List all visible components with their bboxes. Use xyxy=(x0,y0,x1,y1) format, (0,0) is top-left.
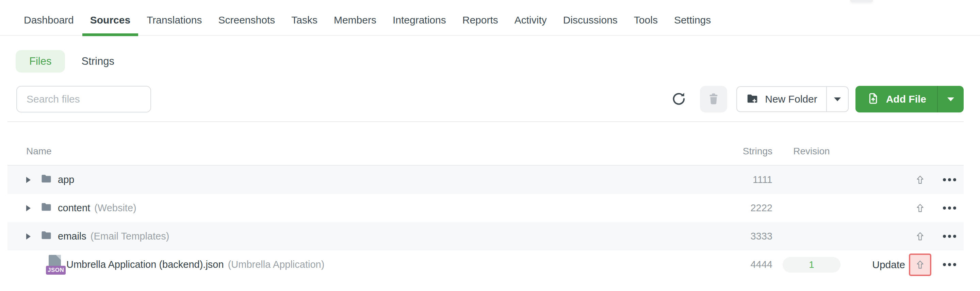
nav-translations[interactable]: Translations xyxy=(147,5,202,35)
files-toolbar: New Folder Add File xyxy=(0,86,980,113)
upload-translations-button[interactable] xyxy=(909,197,931,219)
nav-activity[interactable]: Activity xyxy=(514,5,547,35)
row-menu-icon[interactable] xyxy=(943,263,956,266)
view-tabs: Files Strings xyxy=(16,50,980,73)
strings-count: 1111 xyxy=(718,174,772,185)
nav-tools[interactable]: Tools xyxy=(634,5,658,35)
folder-name[interactable]: app xyxy=(58,174,74,185)
revision-badge: 1 xyxy=(783,257,840,273)
menu-cell xyxy=(935,263,964,266)
add-file-label: Add File xyxy=(886,93,926,105)
refresh-icon xyxy=(671,91,686,107)
menu-cell xyxy=(935,235,964,238)
tab-strings[interactable]: Strings xyxy=(81,55,114,67)
table-row: emails (Email Templates) 3333 xyxy=(8,222,964,251)
file-add-icon xyxy=(866,92,880,107)
files-table: Name Strings Revision app 1111 xyxy=(8,122,964,279)
name-cell: content (Website) xyxy=(8,201,718,215)
column-revision: Revision xyxy=(772,146,851,157)
tab-files[interactable]: Files xyxy=(16,50,65,73)
folder-name[interactable]: emails xyxy=(58,231,86,242)
add-file-main[interactable]: Add File xyxy=(856,86,937,112)
strings-count: 2222 xyxy=(718,202,772,214)
strings-count: 4444 xyxy=(718,259,772,270)
chevron-down-icon xyxy=(834,98,841,101)
folder-icon xyxy=(40,201,52,215)
folder-icon xyxy=(40,229,52,244)
add-file-caret[interactable] xyxy=(938,86,964,112)
refresh-button[interactable] xyxy=(670,91,686,107)
name-cell: app xyxy=(8,173,718,187)
folder-icon xyxy=(40,173,52,187)
nav-discussions[interactable]: Discussions xyxy=(563,5,617,35)
name-cell: emails (Email Templates) xyxy=(8,229,718,244)
folder-plus-icon xyxy=(746,92,759,106)
expand-caret-icon[interactable] xyxy=(26,233,30,240)
new-folder-main[interactable]: New Folder xyxy=(737,87,826,112)
json-file-icon: JSON xyxy=(46,255,62,275)
upload-cell xyxy=(905,169,935,191)
upload-cell xyxy=(905,254,935,276)
name-cell: JSON Umbrella Application (backend).json… xyxy=(8,255,718,275)
table-header: Name Strings Revision xyxy=(8,122,964,166)
nav-dashboard[interactable]: Dashboard xyxy=(24,5,74,35)
update-link[interactable]: Update xyxy=(872,259,905,270)
column-strings: Strings xyxy=(718,146,772,157)
nav-integrations[interactable]: Integrations xyxy=(393,5,446,35)
upload-translations-button-highlighted[interactable] xyxy=(909,254,931,276)
new-folder-caret[interactable] xyxy=(827,87,848,112)
file-name[interactable]: Umbrella Application (backend).json xyxy=(66,259,224,270)
upload-translations-button[interactable] xyxy=(909,169,931,191)
menu-cell xyxy=(935,206,964,209)
upload-cell xyxy=(905,197,935,219)
sources-files-page: Dashboard Sources Translations Screensho… xyxy=(0,0,980,291)
new-folder-label: New Folder xyxy=(765,93,817,105)
strings-count: 3333 xyxy=(718,231,772,242)
new-folder-button: New Folder xyxy=(737,86,848,112)
delete-button[interactable] xyxy=(700,86,727,112)
menu-cell xyxy=(935,178,964,181)
upload-cell xyxy=(905,225,935,248)
folder-title: (Email Templates) xyxy=(91,231,169,242)
expand-caret-icon[interactable] xyxy=(26,177,30,183)
nav-sources[interactable]: Sources xyxy=(90,5,130,35)
expand-caret-icon[interactable] xyxy=(26,205,30,211)
nav-screenshots[interactable]: Screenshots xyxy=(218,5,275,35)
add-file-button: Add File xyxy=(856,86,964,112)
update-cell: Update xyxy=(851,259,905,270)
nav-tasks[interactable]: Tasks xyxy=(291,5,318,35)
chevron-down-icon xyxy=(947,98,954,101)
row-menu-icon[interactable] xyxy=(943,206,956,209)
row-menu-icon[interactable] xyxy=(943,178,956,181)
nav-settings[interactable]: Settings xyxy=(674,5,711,35)
json-badge: JSON xyxy=(46,266,66,275)
trash-icon xyxy=(706,92,721,107)
table-row: content (Website) 2222 xyxy=(8,194,964,222)
column-name: Name xyxy=(8,146,718,157)
folder-name[interactable]: content xyxy=(58,202,90,214)
table-row: app 1111 xyxy=(8,166,964,194)
nav-reports[interactable]: Reports xyxy=(463,5,498,35)
file-title: (Umbrella Application) xyxy=(228,259,325,270)
project-nav: Dashboard Sources Translations Screensho… xyxy=(0,0,980,36)
search-input[interactable] xyxy=(16,86,151,112)
table-row: JSON Umbrella Application (backend).json… xyxy=(8,251,964,279)
revision-cell: 1 xyxy=(772,257,851,273)
upload-translations-button[interactable] xyxy=(909,225,931,248)
cutoff-top-element xyxy=(850,0,873,2)
folder-title: (Website) xyxy=(94,202,137,214)
nav-members[interactable]: Members xyxy=(334,5,376,35)
row-menu-icon[interactable] xyxy=(943,235,956,238)
